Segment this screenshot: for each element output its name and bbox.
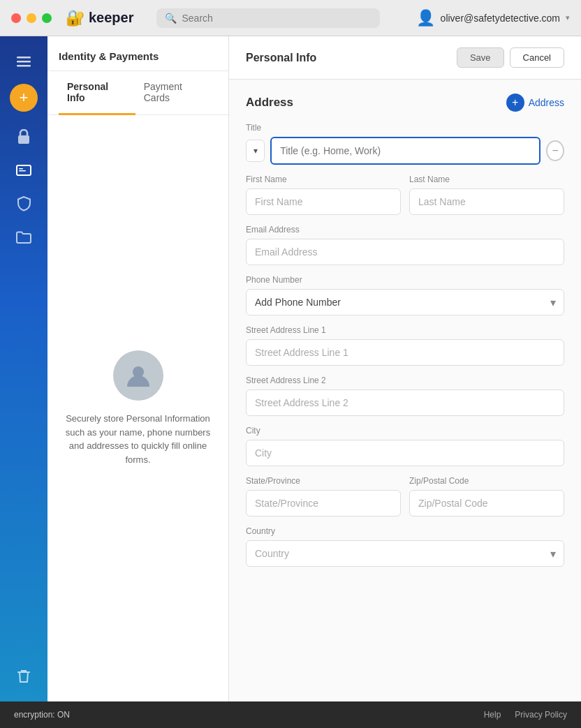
encryption-status: encryption: ON (14, 710, 70, 720)
email-label: Email Address (246, 225, 564, 235)
first-name-label: First Name (246, 174, 401, 184)
search-bar[interactable]: 🔍 (156, 8, 380, 28)
search-input[interactable] (182, 13, 372, 24)
right-panel: Personal Info Save Cancel Address + Addr… (229, 36, 581, 701)
street2-input[interactable] (246, 389, 564, 416)
minimize-button[interactable] (27, 13, 36, 23)
cancel-button[interactable]: Cancel (510, 47, 564, 68)
logo-icon: 🔐 (66, 9, 84, 27)
city-label: City (246, 426, 564, 436)
phone-dropdown[interactable]: Add Phone Number (246, 289, 564, 315)
add-address-button[interactable]: + Address (506, 94, 564, 112)
form-body: Address + Address Title ▾ − First Name (229, 80, 581, 701)
last-name-input[interactable] (409, 188, 564, 215)
last-name-label: Last Name (409, 174, 564, 184)
middle-content: Securely store Personal Information such… (47, 115, 228, 701)
svg-rect-2 (17, 65, 31, 67)
state-input[interactable] (246, 490, 401, 517)
state-field: State/Province (246, 476, 401, 517)
logo: 🔐 keeper (66, 9, 134, 27)
svg-rect-5 (19, 168, 23, 170)
title-dropdown-arrow[interactable]: ▾ (246, 140, 265, 162)
save-button[interactable]: Save (457, 47, 504, 68)
street2-label: Street Address Line 2 (246, 376, 564, 385)
city-input[interactable] (246, 440, 564, 466)
tab-bar: Personal Info Payment Cards (47, 71, 228, 115)
title-field-group: Title ▾ − (246, 123, 564, 165)
footer: encryption: ON Help Privacy Policy (0, 701, 581, 728)
tab-payment-cards[interactable]: Payment Cards (135, 71, 217, 115)
user-menu[interactable]: 👤 oliver@safetydetective.com ▾ (416, 9, 570, 27)
title-label: Title (246, 123, 564, 133)
svg-rect-3 (18, 135, 29, 144)
user-email: oliver@safetydetective.com (441, 13, 560, 24)
remove-title-button[interactable]: − (546, 140, 564, 161)
lock-icon[interactable] (10, 123, 38, 151)
svg-rect-6 (19, 170, 26, 172)
folder-icon[interactable] (10, 223, 38, 251)
window-controls (11, 13, 52, 23)
name-row: First Name Last Name (246, 174, 564, 215)
menu-icon[interactable] (10, 47, 38, 75)
svg-rect-0 (17, 57, 31, 59)
phone-label: Phone Number (246, 275, 564, 285)
state-zip-row: State/Province Zip/Postal Code (246, 476, 564, 517)
first-name-input[interactable] (246, 188, 401, 215)
street1-input[interactable] (246, 339, 564, 366)
zip-input[interactable] (409, 490, 564, 517)
logo-text: keeper (89, 10, 134, 26)
header-actions: Save Cancel (457, 47, 564, 68)
first-name-field: First Name (246, 174, 401, 215)
title-input[interactable] (270, 137, 540, 165)
title-bar: 🔐 keeper 🔍 👤 oliver@safetydetective.com … (0, 0, 581, 36)
country-dropdown[interactable]: Country United States United Kingdom Can… (246, 540, 564, 567)
page-title: Personal Info (246, 52, 316, 64)
user-avatar-icon: 👤 (416, 9, 435, 27)
add-address-circle-icon: + (506, 94, 524, 112)
email-input[interactable] (246, 239, 564, 265)
section-title: Address (246, 96, 293, 110)
chevron-down-icon: ▾ (566, 13, 570, 22)
last-name-field: Last Name (409, 174, 564, 215)
phone-field: Phone Number Add Phone Number (246, 275, 564, 315)
identity-card-icon[interactable] (10, 156, 38, 184)
footer-links: Help Privacy Policy (484, 710, 567, 720)
trash-icon[interactable] (10, 662, 38, 690)
country-label: Country (246, 526, 564, 536)
avatar (113, 350, 163, 401)
country-field: Country Country United States United Kin… (246, 526, 564, 567)
street1-field: Street Address Line 1 (246, 325, 564, 366)
zip-label: Zip/Postal Code (409, 476, 564, 486)
middle-description: Securely store Personal Information such… (64, 412, 212, 466)
icon-sidebar: + (0, 36, 47, 701)
section-header: Address + Address (246, 94, 564, 112)
middle-panel: Identity & Payments Personal Info Paymen… (47, 36, 229, 701)
main-layout: + Identity & Payments Personal Info Paym… (0, 36, 581, 701)
add-address-label: Address (529, 97, 564, 108)
svg-rect-1 (17, 61, 31, 63)
middle-panel-header: Identity & Payments (47, 36, 228, 71)
phone-dropdown-wrapper: Add Phone Number (246, 289, 564, 315)
email-field: Email Address (246, 225, 564, 265)
zip-field: Zip/Postal Code (409, 476, 564, 517)
maximize-button[interactable] (42, 13, 52, 23)
help-link[interactable]: Help (484, 710, 501, 720)
title-row: ▾ − (246, 137, 564, 165)
state-label: State/Province (246, 476, 401, 486)
close-button[interactable] (11, 13, 21, 23)
search-icon: 🔍 (165, 13, 177, 24)
privacy-policy-link[interactable]: Privacy Policy (515, 710, 567, 720)
country-dropdown-wrapper: Country United States United Kingdom Can… (246, 540, 564, 567)
street1-label: Street Address Line 1 (246, 325, 564, 335)
city-field: City (246, 426, 564, 466)
tab-personal-info[interactable]: Personal Info (59, 71, 135, 115)
right-panel-header: Personal Info Save Cancel (229, 36, 581, 80)
street2-field: Street Address Line 2 (246, 376, 564, 416)
shield-icon[interactable] (10, 190, 38, 218)
add-button[interactable]: + (10, 84, 38, 112)
